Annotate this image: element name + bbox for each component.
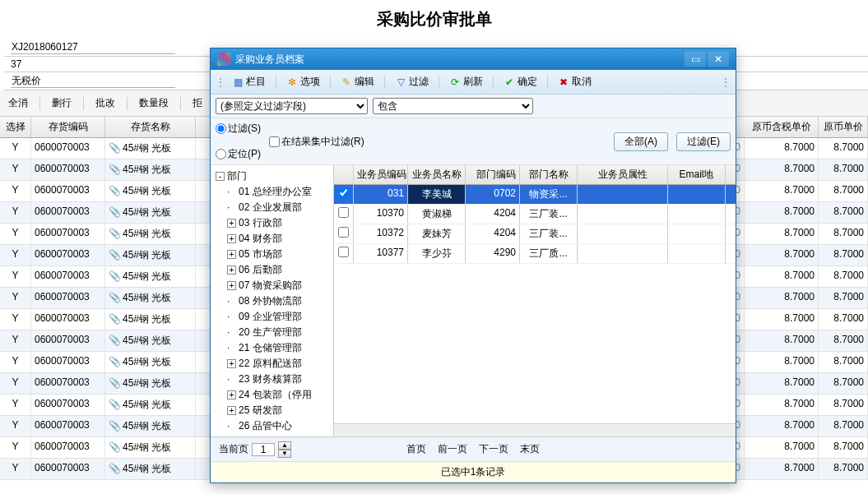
page-up-button[interactable]: ▲ (278, 441, 291, 450)
dialog-title: 采购业务员档案 (235, 53, 683, 67)
tree-node-06[interactable]: +06 后勤部 (224, 262, 332, 278)
dialog-titlebar[interactable]: 采购业务员档案 ▭ ✕ (211, 48, 736, 70)
list-col-5[interactable]: Email地 (668, 165, 726, 184)
tree-node-09[interactable]: ·09 企业管理部 (224, 309, 332, 325)
list-col-0[interactable]: 业务员编码 (354, 165, 408, 184)
minimize-button[interactable]: ▭ (685, 52, 706, 67)
dept-tree[interactable]: -部门 ·01 总经理办公室·02 企业发展部+03 行政部+04 财务部+05… (211, 165, 334, 436)
docno-input[interactable] (11, 40, 175, 54)
attachment-icon: 📎 (109, 270, 121, 282)
tree-node-25[interactable]: +25 研发部 (224, 403, 332, 418)
filter-button[interactable]: 过滤(E) (676, 132, 731, 151)
grid-col-0[interactable]: 选择 (0, 117, 31, 137)
tree-node-01[interactable]: ·01 总经理办公室 (224, 184, 332, 200)
list-chk-header[interactable] (334, 165, 354, 184)
grid-col-2[interactable]: 存货名称 (105, 117, 196, 137)
grid-col-1[interactable]: 存货编码 (31, 117, 105, 137)
cancel-icon: ✖ (558, 76, 569, 88)
close-button[interactable]: ✕ (708, 52, 729, 67)
tree-node-05[interactable]: +05 市场部 (224, 247, 332, 262)
row-checkbox[interactable] (338, 207, 349, 218)
app-logo-icon (217, 53, 230, 66)
attachment-icon: 📎 (109, 142, 121, 154)
status-bar: 已选中1条记录 (211, 461, 736, 482)
list-col-4[interactable]: 业务员属性 (578, 165, 668, 184)
toolbar-btn-4[interactable]: 拒 (186, 94, 209, 113)
list-col-3[interactable]: 部门名称 (520, 165, 578, 184)
edit-icon: ✎ (341, 76, 352, 88)
list-col-2[interactable]: 部门编码 (466, 165, 520, 184)
tree-node-03[interactable]: +03 行政部 (224, 215, 332, 231)
filter-field-select[interactable]: (参照定义过滤字段) (216, 98, 368, 114)
filter-row: (参照定义过滤字段) 包含 (211, 95, 736, 118)
tree-node-20[interactable]: ·20 生产管理部 (224, 325, 332, 340)
toolbar-btn-1[interactable]: 删行 (45, 94, 78, 113)
dlg-tb-过滤[interactable]: ▽过滤 (390, 73, 434, 90)
page-title: 采购比价审批单 (0, 0, 868, 39)
hscrollbar[interactable] (334, 423, 736, 436)
curpage-label: 当前页 (219, 442, 248, 456)
attachment-icon: 📎 (109, 249, 121, 261)
columns-icon: ▦ (232, 76, 244, 88)
options-icon: ✻ (286, 76, 298, 88)
pager-next[interactable]: 下一页 (479, 442, 508, 456)
pager-prev[interactable]: 前一页 (438, 442, 467, 456)
attachment-icon: 📎 (109, 164, 121, 175)
tree-root[interactable]: -部门 (212, 169, 332, 184)
list-col-1[interactable]: 业务员名称 (408, 165, 466, 184)
salesperson-dialog: 采购业务员档案 ▭ ✕ ⋮▦栏目✻选项✎编辑▽过滤⟳刷新✔确定✖取消⋮ (参照定… (210, 48, 736, 483)
tree-node-04[interactable]: +04 财务部 (224, 231, 332, 247)
attachment-icon: 📎 (109, 441, 121, 453)
toolbar-btn-2[interactable]: 批改 (89, 94, 122, 113)
filter-row-2: 过滤(S) 定位(P) 在结果集中过滤(R) 全部(A) 过滤(E) (211, 118, 736, 165)
attachment-icon: 📎 (109, 463, 121, 474)
row-checkbox[interactable] (338, 187, 349, 198)
match-mode-select[interactable]: 包含 (373, 98, 533, 114)
dlg-tb-刷新[interactable]: ⟳刷新 (444, 73, 488, 90)
attachment-icon: 📎 (109, 313, 121, 325)
attachment-icon: 📎 (109, 206, 121, 218)
dialog-toolbar: ⋮▦栏目✻选项✎编辑▽过滤⟳刷新✔确定✖取消⋮ (211, 70, 736, 95)
tree-node-22[interactable]: +22 原料配送部 (224, 356, 332, 372)
curpage-input[interactable] (252, 443, 275, 456)
attachment-icon: 📎 (109, 228, 121, 239)
dlg-tb-编辑[interactable]: ✎编辑 (336, 73, 379, 90)
all-button[interactable]: 全部(A) (614, 132, 668, 151)
tax-input[interactable] (11, 74, 175, 88)
attachment-icon: 📎 (109, 420, 121, 432)
page-down-button[interactable]: ▼ (278, 450, 291, 458)
chk-in-result[interactable]: 在结果集中过滤(R) (269, 135, 606, 149)
tree-node-24[interactable]: +24 包装部（停用 (224, 387, 332, 403)
confirm-icon: ✔ (504, 76, 515, 88)
dlg-tb-确定[interactable]: ✔确定 (499, 73, 542, 90)
attachment-icon: 📎 (109, 335, 121, 346)
row-checkbox[interactable] (338, 247, 349, 257)
attachment-icon: 📎 (109, 356, 121, 367)
row-checkbox[interactable] (338, 227, 349, 238)
list-row[interactable]: 10370黄淑梯4204三厂装... (334, 205, 736, 224)
tree-node-21[interactable]: ·21 仓储管理部 (224, 340, 332, 356)
list-row[interactable]: 10377李少芬4290三厂质... (334, 244, 736, 264)
tree-node-08[interactable]: ·08 外协物流部 (224, 293, 332, 309)
toolbar-btn-0[interactable]: 全消 (2, 94, 35, 113)
dlg-tb-栏目[interactable]: ▦栏目 (227, 73, 271, 90)
grid-col-4[interactable]: 原币单价 (819, 117, 868, 137)
attachment-icon: 📎 (109, 377, 121, 389)
radio-locate[interactable]: 定位(P) (216, 147, 261, 161)
attachment-icon: 📎 (109, 185, 121, 196)
grid-col-3[interactable]: 原币含税单价 (745, 117, 819, 137)
pager-last[interactable]: 末页 (520, 442, 540, 456)
dlg-tb-选项[interactable]: ✻选项 (281, 73, 325, 90)
tree-node-07[interactable]: +07 物资采购部 (224, 278, 332, 293)
radio-filter[interactable]: 过滤(S) (216, 122, 261, 136)
tree-node-02[interactable]: ·02 企业发展部 (224, 200, 332, 215)
tree-node-23[interactable]: ·23 财务核算部 (224, 372, 332, 387)
toolbar-btn-3[interactable]: 数量段 (132, 94, 175, 113)
pager-first[interactable]: 首页 (406, 442, 426, 456)
attachment-icon: 📎 (109, 399, 121, 410)
tree-node-26[interactable]: ·26 品管中心 (224, 418, 332, 434)
list-row[interactable]: 10372麦妹芳4204三厂装... (334, 224, 736, 244)
person-list: 业务员编码业务员名称部门编码部门名称业务员属性Email地 031李美城0702… (334, 165, 736, 436)
dlg-tb-取消[interactable]: ✖取消 (553, 73, 596, 90)
list-row[interactable]: 031李美城0702物资采... (334, 185, 736, 205)
